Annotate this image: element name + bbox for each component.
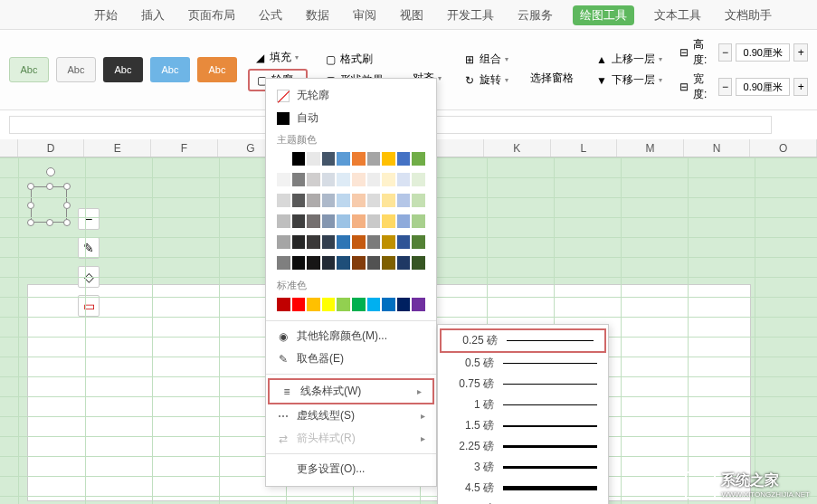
column-header[interactable]: M	[617, 139, 684, 157]
resize-handle[interactable]	[27, 219, 34, 226]
color-swatch[interactable]	[367, 173, 381, 186]
color-swatch[interactable]	[292, 214, 306, 228]
color-swatch[interactable]	[412, 298, 425, 311]
color-swatch[interactable]	[352, 152, 366, 166]
color-swatch[interactable]	[397, 256, 411, 270]
resize-handle[interactable]	[46, 219, 53, 226]
tab-1[interactable]: 插入	[138, 5, 168, 25]
color-swatch[interactable]	[337, 152, 350, 166]
color-swatch[interactable]	[337, 194, 350, 207]
tab-0[interactable]: 开始	[90, 5, 121, 25]
tab-11[interactable]: 文档助手	[721, 5, 775, 25]
more-settings-item[interactable]: 更多设置(O)...	[266, 458, 436, 480]
tab-6[interactable]: 视图	[396, 5, 427, 25]
more-colors-item[interactable]: ◉其他轮廓颜色(M)...	[266, 325, 436, 347]
color-swatch[interactable]	[367, 235, 381, 249]
line-weight-option[interactable]: 0.75 磅	[438, 374, 608, 395]
color-swatch[interactable]	[292, 152, 306, 166]
line-weight-option[interactable]: 0.25 磅	[440, 328, 606, 353]
tab-2[interactable]: 页面布局	[185, 5, 239, 25]
color-swatch[interactable]	[337, 235, 350, 249]
color-swatch[interactable]	[307, 194, 320, 207]
line-weight-option[interactable]: 2.25 磅	[438, 436, 608, 457]
format-painter-button[interactable]: ▢格式刷	[318, 50, 396, 69]
color-swatch[interactable]	[337, 173, 350, 186]
color-swatch[interactable]	[382, 152, 395, 166]
color-swatch[interactable]	[307, 298, 320, 311]
selection-pane-button[interactable]: 选择窗格	[525, 69, 579, 88]
color-swatch[interactable]	[382, 256, 395, 270]
tab-8[interactable]: 云服务	[514, 5, 556, 25]
color-swatch[interactable]	[307, 256, 320, 270]
line-weight-option[interactable]: 0.5 磅	[438, 353, 608, 374]
color-swatch[interactable]	[322, 173, 336, 186]
height-decrease[interactable]: −	[718, 43, 733, 62]
color-swatch[interactable]	[322, 235, 336, 249]
width-decrease[interactable]: −	[718, 78, 733, 96]
color-swatch[interactable]	[367, 298, 381, 311]
color-swatch[interactable]	[412, 235, 425, 249]
color-swatch[interactable]	[397, 194, 411, 207]
color-swatch[interactable]	[352, 235, 366, 249]
rotate-button[interactable]: ↻旋转▾	[458, 71, 514, 90]
shape-preset-1[interactable]: Abc	[56, 57, 96, 82]
color-swatch[interactable]	[352, 173, 366, 186]
color-swatch[interactable]	[397, 298, 411, 311]
color-swatch[interactable]	[382, 194, 395, 207]
resize-handle[interactable]	[63, 183, 71, 190]
color-swatch[interactable]	[307, 235, 320, 249]
line-weight-option[interactable]: 6 磅	[438, 499, 608, 504]
color-swatch[interactable]	[382, 214, 395, 228]
bring-forward-button[interactable]: ▲上移一层▾	[590, 50, 668, 69]
color-swatch[interactable]	[277, 256, 290, 270]
minus-tool[interactable]: −	[78, 208, 100, 230]
shape-preset-3[interactable]: Abc	[150, 57, 190, 82]
line-weight-option[interactable]: 4.5 磅	[438, 478, 608, 499]
pen-tool[interactable]: ✎	[78, 237, 100, 259]
column-header[interactable]: D	[18, 139, 85, 157]
color-swatch[interactable]	[397, 173, 411, 186]
resize-handle[interactable]	[63, 202, 71, 209]
group-button[interactable]: ⊞组合▾	[458, 50, 514, 69]
color-swatch[interactable]	[322, 256, 336, 270]
color-swatch[interactable]	[322, 214, 336, 228]
color-swatch[interactable]	[412, 194, 425, 207]
shape-preset-2[interactable]: Abc	[103, 57, 143, 82]
color-swatch[interactable]	[277, 214, 290, 228]
color-swatch[interactable]	[397, 214, 411, 228]
tab-7[interactable]: 开发工具	[443, 5, 498, 25]
tab-5[interactable]: 审阅	[349, 5, 380, 25]
color-swatch[interactable]	[382, 173, 395, 186]
color-swatch[interactable]	[367, 152, 381, 166]
color-swatch[interactable]	[367, 194, 381, 207]
auto-outline-item[interactable]: 自动	[266, 107, 436, 129]
color-swatch[interactable]	[277, 194, 290, 207]
shape-preset-4[interactable]: Abc	[197, 57, 237, 82]
color-swatch[interactable]	[322, 298, 336, 311]
color-swatch[interactable]	[412, 173, 425, 186]
color-swatch[interactable]	[292, 194, 306, 207]
color-swatch[interactable]	[367, 256, 381, 270]
color-swatch[interactable]	[352, 298, 366, 311]
column-header[interactable]: N	[684, 139, 751, 157]
width-input[interactable]	[736, 78, 790, 96]
color-swatch[interactable]	[292, 298, 306, 311]
corner-cell[interactable]	[0, 139, 18, 157]
color-swatch[interactable]	[367, 214, 381, 228]
line-weight-option[interactable]: 1.5 磅	[438, 415, 608, 436]
send-backward-button[interactable]: ▼下移一层▾	[590, 71, 668, 90]
shape-preset-0[interactable]: Abc	[9, 57, 49, 82]
eyedropper-item[interactable]: ✎取色器(E)	[266, 347, 436, 370]
color-swatch[interactable]	[412, 214, 425, 228]
color-swatch[interactable]	[412, 256, 425, 270]
column-header[interactable]: L	[551, 139, 618, 157]
height-input[interactable]	[736, 43, 790, 62]
resize-handle[interactable]	[46, 183, 53, 190]
color-swatch[interactable]	[307, 152, 320, 166]
line-weight-option[interactable]: 1 磅	[438, 395, 608, 415]
color-swatch[interactable]	[337, 256, 350, 270]
color-swatch[interactable]	[277, 235, 290, 249]
height-increase[interactable]: +	[793, 43, 808, 62]
resize-handle[interactable]	[27, 183, 34, 190]
tab-3[interactable]: 公式	[255, 5, 286, 25]
